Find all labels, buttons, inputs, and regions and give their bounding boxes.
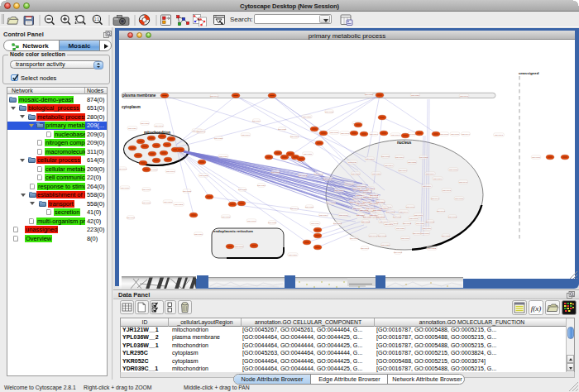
svg-text:GO:0016: GO:0016 xyxy=(433,178,443,180)
svg-text:GO:0047: GO:0047 xyxy=(323,178,333,180)
svg-text:GO:0098: GO:0098 xyxy=(443,189,452,192)
svg-text:GO:0095: GO:0095 xyxy=(406,206,415,208)
svg-text:GO:0089: GO:0089 xyxy=(311,222,320,225)
svg-text:GO:0079: GO:0079 xyxy=(380,208,389,210)
svg-text:GO:0078: GO:0078 xyxy=(327,202,336,204)
svg-text:GO:0030: GO:0030 xyxy=(121,187,130,189)
svg-text:1:1: 1:1 xyxy=(94,17,100,22)
svg-text:GO:0010: GO:0010 xyxy=(421,232,430,235)
svg-text:GO:0030: GO:0030 xyxy=(451,133,460,136)
svg-text:GO:0056: GO:0056 xyxy=(289,254,298,256)
svg-text:GO:0073: GO:0073 xyxy=(271,171,280,174)
svg-text:GO:0027: GO:0027 xyxy=(304,153,313,155)
svg-text:GO:0044: GO:0044 xyxy=(210,95,219,98)
svg-text:GO:0097: GO:0097 xyxy=(460,95,469,98)
svg-text:GO:0064: GO:0064 xyxy=(426,173,435,175)
svg-text:GO:0092: GO:0092 xyxy=(339,214,348,217)
svg-text:GO:0085: GO:0085 xyxy=(183,190,192,193)
svg-text:GO:0014: GO:0014 xyxy=(370,133,379,136)
svg-text:GO:0064: GO:0064 xyxy=(252,120,261,122)
svg-text:GO:0022: GO:0022 xyxy=(199,174,208,177)
svg-text:GO:0012: GO:0012 xyxy=(386,211,395,213)
svg-text:GO:0063: GO:0063 xyxy=(166,170,175,173)
svg-text:GO:0079: GO:0079 xyxy=(423,185,432,188)
svg-text:GO:0061: GO:0061 xyxy=(391,134,400,136)
svg-text:GO:0011: GO:0011 xyxy=(348,161,357,164)
svg-text:GO:0069: GO:0069 xyxy=(399,170,408,172)
svg-text:GO:0099: GO:0099 xyxy=(376,201,385,203)
svg-text:GO:0081: GO:0081 xyxy=(305,206,314,208)
svg-text:GO:0044: GO:0044 xyxy=(462,133,471,136)
svg-text:GO:0015: GO:0015 xyxy=(222,216,231,218)
svg-text:GO:0078: GO:0078 xyxy=(247,220,256,222)
svg-text:cytoplasm: cytoplasm xyxy=(122,105,141,109)
svg-text:GO:0067: GO:0067 xyxy=(385,223,394,226)
svg-text:GO:0084: GO:0084 xyxy=(194,233,203,236)
svg-text:GO:0022: GO:0022 xyxy=(419,156,428,159)
svg-text:GO:0023: GO:0023 xyxy=(214,137,223,140)
svg-text:GO:0040: GO:0040 xyxy=(437,210,446,213)
svg-text:GO:0059: GO:0059 xyxy=(366,158,375,160)
svg-text:GO:0050: GO:0050 xyxy=(303,116,312,118)
svg-text:GO:0027: GO:0027 xyxy=(381,244,390,246)
svg-text:GO:0023: GO:0023 xyxy=(372,173,381,175)
svg-text:GO:0092: GO:0092 xyxy=(345,183,354,185)
svg-text:GO:0072: GO:0072 xyxy=(448,216,457,218)
svg-text:GO:0026: GO:0026 xyxy=(442,235,451,237)
svg-text:GO:0038: GO:0038 xyxy=(325,111,334,113)
svg-text:GO:0087: GO:0087 xyxy=(532,156,541,159)
svg-text:unassigned: unassigned xyxy=(519,71,539,75)
svg-text:GO:0052: GO:0052 xyxy=(428,247,437,250)
svg-text:GO:0080: GO:0080 xyxy=(423,227,432,230)
svg-text:GO:0069: GO:0069 xyxy=(395,156,404,159)
svg-text:GO:0084: GO:0084 xyxy=(319,214,328,217)
svg-text:GO:0013: GO:0013 xyxy=(155,125,164,127)
svg-text:mitochondrion: mitochondrion xyxy=(144,131,170,135)
svg-text:GO:0054: GO:0054 xyxy=(257,184,266,187)
svg-text:GO:0049: GO:0049 xyxy=(400,211,409,213)
svg-text:GO:0010: GO:0010 xyxy=(142,189,151,191)
svg-text:GO:0021: GO:0021 xyxy=(141,122,150,125)
svg-text:GO:0039: GO:0039 xyxy=(401,237,410,240)
svg-text:GO:0045: GO:0045 xyxy=(369,235,378,237)
svg-text:f(x): f(x) xyxy=(531,304,542,313)
svg-text:GO:0091: GO:0091 xyxy=(495,134,504,136)
svg-text:GO:0090: GO:0090 xyxy=(361,247,370,250)
svg-text:GO:0062: GO:0062 xyxy=(449,169,458,171)
svg-text:GO:0083: GO:0083 xyxy=(455,198,464,200)
svg-text:GO:0055: GO:0055 xyxy=(365,93,374,96)
svg-text:GO:0066: GO:0066 xyxy=(414,214,423,217)
svg-text:GO:0055: GO:0055 xyxy=(408,161,417,164)
svg-text:GO:0056: GO:0056 xyxy=(411,94,420,97)
svg-text:GO:0053: GO:0053 xyxy=(164,201,173,203)
svg-text:GO:0093: GO:0093 xyxy=(366,188,376,190)
svg-text:GO:0018: GO:0018 xyxy=(394,251,403,254)
svg-text:endoplasmic reticulum: endoplasmic reticulum xyxy=(213,229,253,233)
svg-text:GO:0024: GO:0024 xyxy=(335,189,344,192)
svg-text:GO:0020: GO:0020 xyxy=(396,227,405,230)
svg-text:GO:0034: GO:0034 xyxy=(350,237,359,240)
svg-text:GO:0049: GO:0049 xyxy=(431,198,440,200)
svg-text:GO:0078: GO:0078 xyxy=(440,133,449,136)
svg-text:plasma membrane: plasma membrane xyxy=(122,93,156,98)
svg-text:GO:0056: GO:0056 xyxy=(393,216,402,218)
svg-text:GO:0024: GO:0024 xyxy=(128,127,137,130)
svg-text:GO:0038: GO:0038 xyxy=(330,131,339,134)
svg-text:nucleus: nucleus xyxy=(397,141,412,145)
svg-text:GO:0078: GO:0078 xyxy=(409,218,419,220)
svg-text:GO:0038: GO:0038 xyxy=(426,221,435,223)
svg-text:GO:0039: GO:0039 xyxy=(127,217,136,219)
svg-text:GO:0018: GO:0018 xyxy=(235,246,244,248)
svg-text:GO:0043: GO:0043 xyxy=(314,173,323,175)
svg-text:GO:0072: GO:0072 xyxy=(403,222,412,225)
svg-text:GO:0075: GO:0075 xyxy=(376,216,385,218)
svg-text:GO:0017: GO:0017 xyxy=(341,132,350,135)
svg-text:GO:0053: GO:0053 xyxy=(175,203,184,206)
svg-text:GO:0020: GO:0020 xyxy=(219,155,228,158)
svg-text:GO:0064: GO:0064 xyxy=(385,165,394,167)
svg-text:GO:0074: GO:0074 xyxy=(290,136,299,138)
svg-text:GO:0092: GO:0092 xyxy=(299,174,308,177)
svg-text:GO:0012: GO:0012 xyxy=(378,235,387,237)
svg-text:GO:0072: GO:0072 xyxy=(370,194,379,197)
svg-text:GO:0021: GO:0021 xyxy=(278,128,287,131)
